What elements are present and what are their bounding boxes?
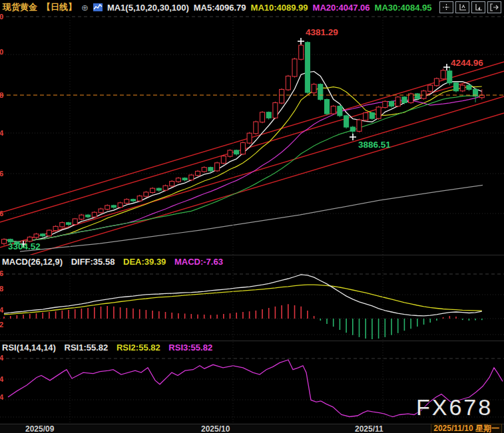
axis-label-fragment: 4	[0, 354, 4, 362]
candle-down	[389, 101, 394, 106]
rsi3-value: RSI3:55.82	[168, 343, 212, 353]
price-annotation: 3304.52	[8, 241, 41, 251]
candle-up	[189, 175, 194, 180]
candle-down	[454, 83, 459, 91]
axis-label-fragment: 0	[0, 48, 3, 56]
y-axis-scale-icon[interactable]	[455, 1, 469, 13]
price-annotation: 3886.51	[358, 140, 391, 150]
candle-up	[434, 78, 439, 86]
macd-indicator-name[interactable]: MACD(26,12,9)	[2, 257, 63, 267]
crosshair-move-icon[interactable]	[439, 1, 453, 13]
macd-label-row: MACD(26,12,9) DIFF:35.58 DEA:39.39 MACD:…	[2, 257, 229, 267]
crosshair-date-label: 2025/11/10 星期一	[431, 424, 502, 433]
candle-down	[41, 234, 45, 236]
rsi-label-row: RSI(14,14,14) RSI1:55.82 RSI2:55.82 RSI3…	[2, 343, 218, 353]
candle-up	[47, 230, 51, 236]
candle-up	[196, 171, 200, 175]
candle-down	[156, 188, 161, 190]
rsi-indicator-name[interactable]: RSI(14,14,14)	[2, 343, 56, 353]
axis-label-fragment: 6	[0, 170, 3, 178]
candle-up	[73, 219, 77, 225]
candle-up	[299, 45, 304, 59]
candle-up	[357, 120, 362, 131]
axis-label-fragment: 4	[0, 306, 4, 314]
candle-down	[370, 113, 374, 119]
macd-diff-value: DIFF:35.58	[71, 257, 115, 267]
candle-up	[60, 223, 65, 227]
ma10-value: MA10:4089.99	[251, 3, 308, 13]
axis-label-fragment: 4	[0, 129, 4, 137]
axis-label-fragment: 4	[0, 375, 4, 383]
candle-up	[273, 102, 278, 118]
candle-down	[325, 100, 330, 114]
x-axis-scale-icon[interactable]	[471, 1, 485, 13]
candle-up	[92, 212, 97, 217]
candle-up	[144, 192, 148, 196]
candle-down	[344, 116, 349, 127]
candle-up	[215, 163, 220, 171]
candle-up	[312, 84, 316, 93]
candle-up	[221, 156, 226, 164]
circle-plus-icon[interactable]: ⊕	[81, 3, 89, 13]
candle-up	[247, 133, 252, 143]
candle-down	[67, 223, 71, 225]
main-price-panel	[0, 17, 504, 264]
candle-up	[34, 234, 39, 237]
candle-up	[170, 182, 174, 186]
candle-down	[338, 106, 342, 116]
candle-up	[331, 106, 336, 114]
candle-up	[202, 168, 206, 172]
trend-line	[0, 71, 504, 222]
symbol-name: 现货黄金	[3, 1, 37, 13]
ma30-value: MA30:4084.95	[375, 3, 432, 13]
axis-label-fragment: 6	[0, 210, 3, 217]
diff-line	[4, 275, 482, 316]
candle-down	[234, 150, 239, 154]
candle-up	[150, 188, 155, 192]
period-label[interactable]: 【日线】	[42, 1, 77, 13]
candle-up	[286, 76, 290, 90]
candle-up	[27, 237, 32, 241]
mini-chart-icon[interactable]	[93, 3, 103, 11]
candle-up	[79, 215, 84, 219]
axis-label-fragment: 8	[0, 91, 3, 99]
price-annotation: 4381.29	[306, 27, 338, 37]
candle-down	[467, 85, 471, 89]
pan-right-icon[interactable]	[487, 1, 501, 13]
candle-up	[125, 200, 129, 204]
candle-up	[254, 122, 258, 134]
axis-tick-november: 2025/11	[355, 424, 383, 433]
macd-dea-value: DEA:39.39	[123, 257, 166, 267]
candle-down	[402, 97, 407, 103]
candle-up	[395, 97, 400, 106]
ma5-value: MA5:4096.79	[194, 3, 246, 13]
time-axis-bar[interactable]	[0, 424, 504, 433]
rsi2-value: RSI2:55.82	[117, 343, 160, 353]
candle-down	[266, 112, 271, 118]
candle-up	[428, 85, 433, 91]
candle-up	[260, 112, 265, 122]
axis-label-fragment: 6	[0, 269, 3, 277]
candle-down	[415, 94, 419, 98]
candle-down	[305, 43, 310, 92]
macd-macd-value: MACD:-7.63	[174, 257, 223, 267]
candle-down	[447, 71, 452, 83]
chart-canvas[interactable]: 4381.294244.963886.513304.52008466684244…	[0, 0, 504, 433]
candle-down	[182, 178, 187, 180]
candle-up	[240, 143, 245, 154]
candle-up	[99, 209, 103, 213]
candle-up	[137, 196, 142, 201]
candle-up	[53, 226, 58, 230]
ma-group-label[interactable]: MA1(5,10,20,30,100)	[107, 3, 189, 13]
candle-down	[86, 215, 91, 217]
candle-up	[176, 178, 180, 182]
candle-down	[208, 168, 213, 171]
candle-down	[318, 84, 323, 100]
candle-up	[460, 85, 465, 91]
axis-label-fragment: 2	[0, 321, 3, 329]
rsi1-value: RSI1:55.82	[65, 343, 109, 353]
trading-chart-app: 4381.294244.963886.513304.52008466684244…	[0, 0, 504, 433]
candle-up	[118, 203, 123, 208]
candle-down	[111, 206, 116, 208]
dea-line	[4, 285, 482, 315]
